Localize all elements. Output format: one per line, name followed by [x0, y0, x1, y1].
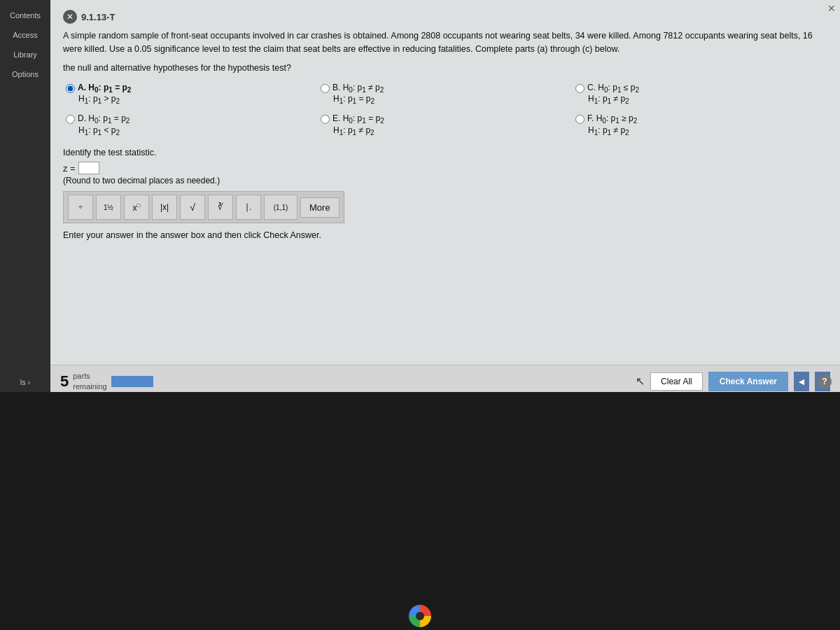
option-a: A. H0: p1 = p2 H1: p1 > p2 [63, 81, 318, 107]
sidebar-item-access[interactable]: Access [0, 25, 50, 45]
round-note: (Round to two decimal places as needed.) [63, 176, 827, 186]
cbrt-btn[interactable]: ∛ [208, 195, 233, 220]
nav-prev-icon: ◄ [797, 376, 806, 387]
option-d-h1: H1: p1 < p2 [78, 125, 315, 136]
option-c-label: C. H0: p1 ≤ p2 [587, 83, 639, 94]
option-a-label: A. H0: p1 = p2 [78, 83, 131, 94]
math-toolbar: ÷ 1½ x□ |x| √ ∛ ∣. (1,1) [63, 191, 344, 223]
chrome-icon[interactable] [409, 605, 431, 627]
clear-all-label: Clear All [661, 377, 692, 386]
dark-region [0, 392, 840, 602]
radio-e[interactable] [321, 115, 330, 124]
help-badge[interactable]: ? [818, 374, 832, 388]
identify-section: Identify the test statistic. z = (Round … [63, 148, 827, 186]
option-d-label: D. H0: p1 = p2 [78, 113, 130, 125]
nav-prev-button[interactable]: ◄ [794, 372, 809, 391]
options-grid: A. H0: p1 = p2 H1: p1 > p2 B. H0: p1 ≠ p… [63, 81, 827, 139]
mixed-fraction-btn[interactable]: 1½ [96, 195, 121, 220]
sidebar-label-contents: Contents [10, 11, 41, 20]
sidebar-label-library: Library [13, 50, 37, 59]
parts-label1: parts [73, 371, 106, 381]
answer-instruction: Enter your answer in the answer box and … [63, 230, 827, 240]
sidebar-label-access: Access [13, 31, 37, 39]
sidebar-item-contents[interactable]: Contents [0, 6, 50, 25]
cursor-icon: ↖ [636, 374, 645, 388]
parts-info: 5 parts remaining [60, 371, 153, 391]
sidebar-item-ls[interactable]: ls › [0, 372, 50, 392]
parts-progress-bar [111, 376, 153, 387]
chrome-taskbar [0, 602, 840, 630]
check-answer-label: Check Answer [720, 377, 777, 386]
sidebar: Contents Access Library Options ls › [0, 0, 50, 392]
matrix-btn[interactable]: (1,1) [264, 195, 298, 220]
sidebar-item-options[interactable]: Options [0, 64, 50, 84]
sqrt-btn[interactable]: √ [180, 195, 205, 220]
close-x-icon[interactable]: ✕ [827, 3, 836, 14]
radio-f[interactable] [575, 115, 584, 124]
option-a-h1: H1: p1 > p2 [78, 94, 315, 105]
option-f-h1: H1: p1 ≠ p2 [588, 125, 825, 136]
option-f: F. H0: p1 ≥ p2 H1: p1 ≠ p2 [573, 112, 827, 138]
radio-d[interactable] [66, 115, 75, 124]
parts-number: 5 [60, 372, 69, 391]
parts-label2: remaining [73, 382, 106, 391]
option-c: C. H0: p1 ≤ p2 H1: p1 ≠ p2 [573, 81, 827, 107]
option-b-h1: H1: p1 = p2 [333, 94, 570, 105]
z-equation: z = [63, 162, 827, 174]
help-symbol: ? [822, 377, 827, 386]
radio-a[interactable] [66, 84, 75, 93]
tab-bar: ✕ 9.1.13-T [63, 10, 827, 24]
more-label: More [309, 202, 330, 213]
fraction-btn[interactable]: ÷ [68, 195, 93, 220]
radio-b[interactable] [321, 84, 330, 93]
main-content: ✕ 9.1.13-T A simple random sample of fro… [50, 0, 840, 392]
option-d: D. H0: p1 = p2 H1: p1 < p2 [63, 112, 318, 138]
sidebar-item-library[interactable]: Library [0, 45, 50, 64]
tab-close-btn[interactable]: ✕ [63, 10, 77, 24]
sidebar-label-options: Options [12, 70, 38, 78]
radio-c[interactable] [575, 84, 584, 93]
option-e-label: E. H0: p1 = p2 [332, 113, 384, 125]
check-answer-button[interactable]: Check Answer [708, 372, 788, 391]
chevron-right-icon: › [28, 379, 30, 386]
option-b-label: B. H0: p1 ≠ p2 [332, 83, 384, 94]
problem-text: A simple random sample of front-seat occ… [63, 29, 827, 56]
sidebar-label-ls: ls [20, 378, 26, 386]
option-b: B. H0: p1 ≠ p2 H1: p1 = p2 [318, 81, 573, 107]
option-c-h1: H1: p1 ≠ p2 [588, 94, 825, 105]
identify-title: Identify the test statistic. [63, 148, 827, 158]
option-e: E. H0: p1 = p2 H1: p1 ≠ p2 [318, 112, 573, 138]
superscript-btn[interactable]: x□ [124, 195, 149, 220]
tab-title: 9.1.13-T [81, 12, 115, 22]
absolute-btn[interactable]: |x| [152, 195, 177, 220]
more-button[interactable]: More [300, 197, 340, 218]
clear-all-button[interactable]: Clear All [650, 372, 703, 391]
option-f-label: F. H0: p1 ≥ p2 [587, 113, 637, 125]
decimal-btn[interactable]: ∣. [236, 195, 261, 220]
option-e-h1: H1: p1 ≠ p2 [333, 125, 570, 136]
z-label: z = [63, 163, 76, 174]
question-text: the null and alternative hypotheses for … [63, 63, 827, 73]
z-input[interactable] [78, 162, 99, 174]
